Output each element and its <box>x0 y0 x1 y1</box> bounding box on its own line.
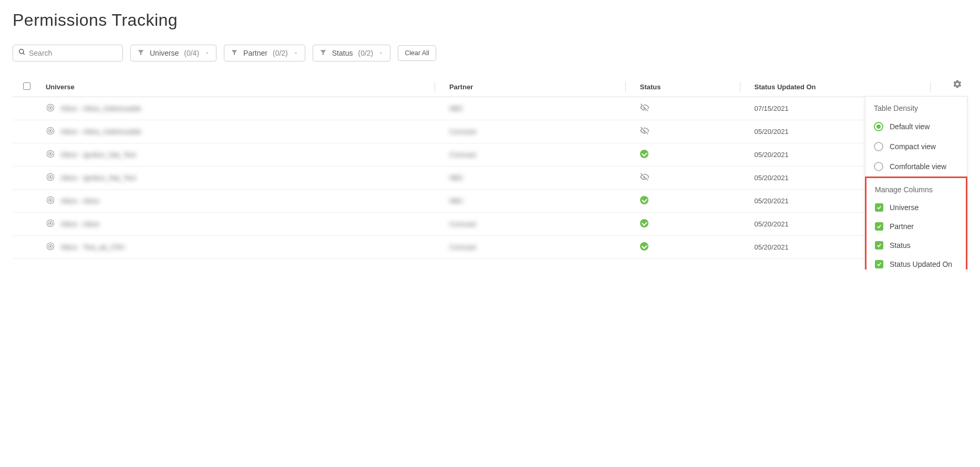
table-settings-panel: Table Density Default viewCompact viewCo… <box>865 96 967 269</box>
universe-name: Altice - Test_alt_CRA <box>60 243 125 251</box>
checkbox-checked-icon <box>875 222 883 231</box>
checkbox-checked-icon <box>875 203 883 212</box>
universe-icon <box>46 103 55 114</box>
table-row[interactable]: Altice - Altice_AddressableNBC07/15/2021 <box>13 97 967 120</box>
filter-icon <box>319 49 327 58</box>
manage-column-option[interactable]: Universe <box>866 198 966 217</box>
density-option[interactable]: Default view <box>865 117 967 137</box>
select-all-checkbox[interactable] <box>23 82 30 90</box>
search-box[interactable] <box>13 45 123 61</box>
filter-icon <box>137 49 145 58</box>
column-header-updated[interactable]: Status Updated On <box>745 77 936 97</box>
universe-icon <box>46 172 55 183</box>
density-option-label: Compact view <box>890 142 936 151</box>
svg-point-0 <box>19 49 24 54</box>
checkbox-checked-icon <box>875 241 883 250</box>
filter-icon <box>231 49 238 58</box>
svg-point-16 <box>50 200 51 201</box>
svg-line-1 <box>23 53 25 55</box>
partner-name: Comcast <box>449 220 476 228</box>
column-header-universe[interactable]: Universe <box>46 77 440 97</box>
svg-point-7 <box>50 130 51 131</box>
filter-count: (0/2) <box>358 49 373 57</box>
universe-name: Altice - Altice_Addressable <box>60 105 141 112</box>
manage-column-label: Universe <box>890 203 919 212</box>
filter-count: (0/2) <box>273 49 288 57</box>
filter-partner[interactable]: Partner(0/2) <box>224 45 305 61</box>
density-option[interactable]: Comfortable view <box>865 157 967 177</box>
universe-icon <box>46 149 55 160</box>
page-title: Permissions Tracking <box>13 11 967 30</box>
partner-name: NBC <box>449 197 463 205</box>
chevron-down-icon <box>204 49 210 57</box>
radio-icon <box>874 162 883 171</box>
checkbox-checked-icon <box>875 260 883 268</box>
universe-icon <box>46 242 55 253</box>
density-section-title: Table Density <box>865 97 967 117</box>
chevron-down-icon <box>293 49 298 57</box>
manage-column-option[interactable]: Partner <box>866 217 966 236</box>
partner-name: Comcast <box>449 151 476 159</box>
universe-name: Altice - Altice_Addressable <box>60 128 141 136</box>
manage-column-label: Status <box>890 241 911 250</box>
permissions-table: Universe Partner Status Status Updated O… <box>13 77 967 259</box>
search-icon <box>18 48 26 58</box>
partner-name: Comcast <box>449 128 476 136</box>
filter-label: Partner <box>243 49 267 57</box>
svg-point-19 <box>50 223 51 224</box>
column-header-status[interactable]: Status <box>631 77 745 97</box>
universe-name: Altice - Altice <box>60 197 99 205</box>
svg-point-22 <box>50 246 51 247</box>
table-row[interactable]: Altice - Test_alt_CRAComcast05/20/2021 <box>13 236 967 259</box>
radio-icon <box>874 142 883 151</box>
manage-column-option[interactable]: Status <box>866 236 966 255</box>
toolbar: Universe(0/4)Partner(0/2)Status(0/2) Cle… <box>13 45 967 61</box>
svg-point-4 <box>50 107 51 108</box>
density-option[interactable]: Compact view <box>865 137 967 157</box>
svg-point-10 <box>50 153 51 154</box>
table-row[interactable]: Altice - AlticeNBC05/20/2021 <box>13 190 967 213</box>
universe-name: Altice - Ignition_Nat_Test <box>60 151 136 159</box>
universe-name: Altice - Ignition_Nat_Test <box>60 174 136 182</box>
status-disabled-icon <box>640 103 649 112</box>
manage-column-label: Status Updated On <box>890 260 952 268</box>
table-row[interactable]: Altice - Ignition_Nat_TestComcast05/20/2… <box>13 143 967 167</box>
partner-name: NBC <box>449 105 463 112</box>
status-enabled-icon <box>640 242 648 251</box>
radio-icon <box>874 122 883 131</box>
manage-column-label: Partner <box>890 222 914 231</box>
manage-columns-title: Manage Columns <box>866 178 966 198</box>
table-row[interactable]: Altice - AlticeComcast05/20/2021 <box>13 213 967 236</box>
filter-status[interactable]: Status(0/2) <box>313 45 391 61</box>
universe-icon <box>46 195 55 206</box>
manage-column-option[interactable]: Status Updated On <box>866 255 966 269</box>
universe-name: Altice - Altice <box>60 220 99 228</box>
status-enabled-icon <box>640 150 648 158</box>
manage-columns-section: Manage Columns UniversePartnerStatusStat… <box>865 177 967 269</box>
status-disabled-icon <box>640 126 649 136</box>
universe-icon <box>46 219 55 230</box>
status-disabled-icon <box>640 172 649 182</box>
table-row[interactable]: Altice - Altice_AddressableComcast05/20/… <box>13 120 967 143</box>
column-header-partner[interactable]: Partner <box>440 77 631 97</box>
partner-name: NBC <box>449 174 463 182</box>
density-option-label: Comfortable view <box>890 162 946 171</box>
clear-all-button[interactable]: Clear All <box>398 45 436 61</box>
filter-label: Universe <box>150 49 179 57</box>
chevron-down-icon <box>378 49 384 57</box>
table-row[interactable]: Altice - Ignition_Nat_TestNBC05/20/2021 <box>13 167 967 190</box>
status-enabled-icon <box>640 219 648 227</box>
density-option-label: Default view <box>890 122 930 131</box>
partner-name: Comcast <box>449 243 476 251</box>
universe-icon <box>46 126 55 137</box>
search-input[interactable] <box>29 49 117 57</box>
filter-universe[interactable]: Universe(0/4) <box>130 45 216 61</box>
status-enabled-icon <box>640 196 648 204</box>
filter-label: Status <box>332 49 353 57</box>
filter-count: (0/4) <box>184 49 199 57</box>
svg-point-13 <box>50 177 51 178</box>
